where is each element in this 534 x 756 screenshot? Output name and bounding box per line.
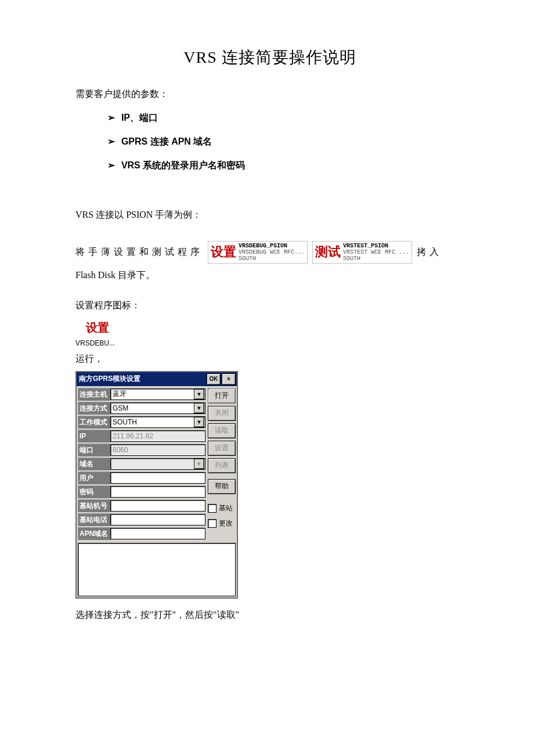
label-connect-mode: 连接方式 [78,402,110,415]
page-title: VRS 连接简要操作说明 [75,46,464,69]
label-base-phone: 基站电话 [78,513,110,526]
chevron-right-icon: ➢ [107,136,116,147]
program-icon-caption: VRSDEBU... [75,339,464,347]
file-card-big-label: 测试 [315,246,341,258]
label-password: 密码 [78,485,110,498]
after-dialog-text: 选择连接方式，按"打开"，然后按"读取" [75,607,464,624]
base-checkbox-label: 基站 [219,503,233,513]
apn-input[interactable] [110,528,205,539]
list-item-label: VRS 系统的登录用户名和密码 [121,160,245,170]
list-item: ➢ IP、端口 [75,106,464,130]
work-mode-select[interactable]: SOUTH ▼ [110,416,205,428]
label-port: 端口 [78,444,110,456]
password-input[interactable] [110,486,205,498]
file-desc: VRSDEBUG WCE MFC... [239,249,305,255]
run-label: 运行， [75,351,464,368]
chevron-right-icon: ➢ [107,160,116,171]
label-domain: 域名 [78,458,110,470]
file-listing-row: 将手薄设置和测试程序 设置 VRSDEBUG_PSION VRSDEBUG WC… [75,241,464,264]
label-base-id: 基站机号 [78,499,110,512]
chevron-down-icon[interactable]: ▼ [194,459,204,469]
gprs-settings-dialog: 南方GPRS模块设置 OK × 连接主机 蓝牙 ▼ 连接方 [75,371,238,599]
base-checkbox[interactable] [208,504,217,513]
program-icon-block: 设置 VRSDEBU... [75,320,464,347]
list-item-label: IP、端口 [121,113,158,123]
select-value: GSM [113,404,128,412]
file-card-big-label: 设置 [211,246,236,258]
select-value: 蓝牙 [113,389,127,399]
set-button[interactable]: 设置 [208,441,236,456]
file-name: VRSTEST_PSION [343,243,409,249]
base-id-input[interactable] [110,500,205,512]
domain-select[interactable]: ▼ [110,458,205,470]
inline-text-leading: 将手薄设置和测试程序 [75,246,203,258]
ok-button[interactable]: OK [207,373,221,385]
connect-mode-select[interactable]: GSM ▼ [110,402,205,414]
label-work-mode: 工作模式 [78,416,110,429]
open-button[interactable]: 打开 [208,388,236,404]
port-input[interactable]: 6060 [110,444,205,456]
select-value: SOUTH [113,418,137,426]
ip-input[interactable]: 211.96.21.82 [110,430,205,442]
file-desc: VRSTEST WCE MFC ... [343,249,409,255]
file-card-test: 测试 VRSTEST_PSION VRSTEST WCE MFC ... SOU… [312,241,412,264]
user-input[interactable] [110,472,205,484]
label-ip: IP [78,430,110,442]
file-card-setup: 设置 VRSDEBUG_PSION VRSDEBUG WCE MFC... SO… [208,241,308,264]
list-item: ➢ VRS 系统的登录用户名和密码 [75,154,464,178]
copy-next-line: Flash Disk 目录下。 [75,267,464,284]
chevron-down-icon[interactable]: ▼ [194,403,204,413]
list-item: ➢ GPRS 连接 APN 域名 [75,130,464,154]
program-icon-label: 设置 [86,320,464,336]
dialog-title: 南方GPRS模块设置 [79,374,140,384]
file-vendor: SOUTH [343,255,409,262]
change-checkbox-label: 更改 [219,519,233,528]
intro-text: 需要客户提供的参数： [75,86,464,103]
list-item-label: GPRS 连接 APN 域名 [121,136,212,146]
list-button[interactable]: 列表 [208,458,236,473]
chevron-down-icon[interactable]: ▼ [194,417,204,427]
help-button[interactable]: 帮助 [208,479,236,494]
label-user: 用户 [78,471,110,484]
example-text: VRS 连接以 PSION 手薄为例： [75,207,464,224]
label-apn: APN域名 [78,527,110,540]
close-icon[interactable]: × [222,373,236,385]
base-phone-input[interactable] [110,514,205,525]
chevron-down-icon[interactable]: ▼ [194,389,204,399]
icon-section-heading: 设置程序图标： [75,297,464,314]
file-vendor: SOUTH [239,255,305,262]
chevron-right-icon: ➢ [107,112,116,123]
connect-host-select[interactable]: 蓝牙 ▼ [110,388,205,400]
log-textarea[interactable] [78,543,236,596]
inline-text-trailing: 拷入 [417,246,442,258]
label-connect-host: 连接主机 [78,388,110,401]
close-button[interactable]: 关闭 [208,406,236,421]
requirements-list: ➢ IP、端口 ➢ GPRS 连接 APN 域名 ➢ VRS 系统的登录用户名和… [75,106,464,178]
change-checkbox[interactable] [208,519,217,528]
read-button[interactable]: 读取 [208,423,236,438]
dialog-titlebar: 南方GPRS模块设置 OK × [77,372,237,386]
file-name: VRSDEBUG_PSION [239,243,305,249]
